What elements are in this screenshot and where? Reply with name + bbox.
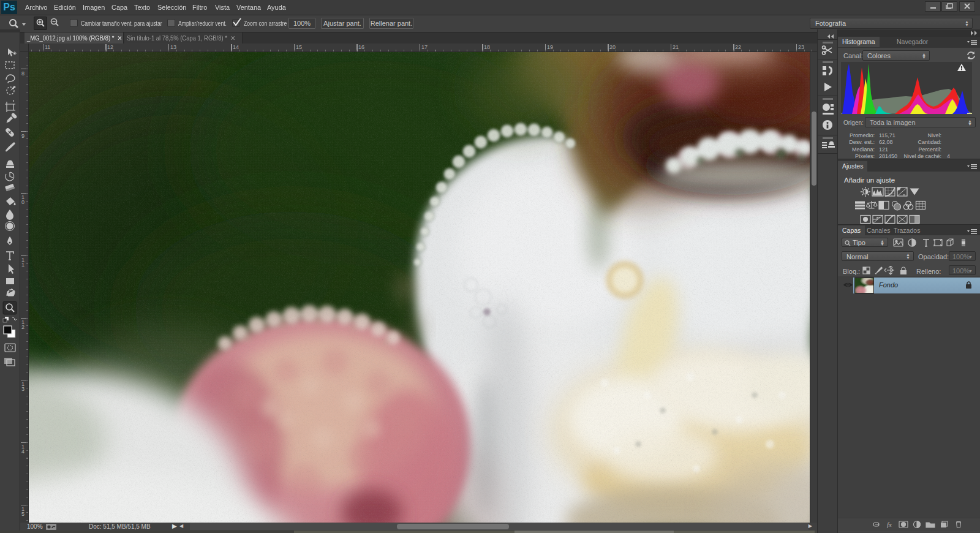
svg-text:fx: fx xyxy=(887,521,892,528)
